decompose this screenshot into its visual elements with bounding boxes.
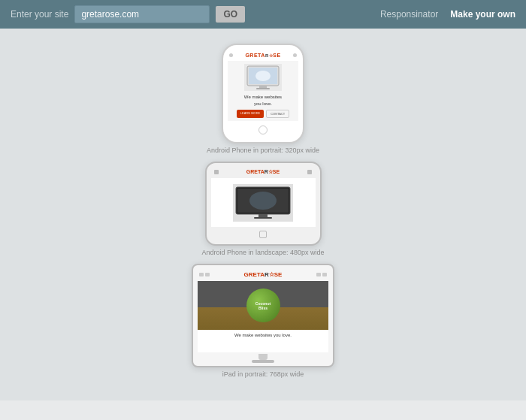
phone-bottom-bar (228, 125, 298, 134)
desktop-device: GRETAR☆SE CoconutBliss We make websites … (192, 264, 334, 367)
phone-buttons: LEARN MORE CONTACT (237, 110, 290, 118)
phone-device: GRETAR☆SE We make websitesyou l (222, 44, 304, 144)
desktop-stand (198, 354, 328, 363)
phone-screen-image (244, 64, 282, 91)
coconut-badge: CoconutBliss (246, 289, 280, 322)
phone-caption: Android Phone in portrait: 320px wide (207, 147, 319, 154)
enter-site-label: Enter your site (11, 9, 68, 20)
make-your-own-link[interactable]: Make your own (450, 9, 515, 20)
tablet-top-bar: GRETAR☆SE (211, 169, 316, 175)
phone-screen: We make websitesyou love. LEARN MORE CON… (228, 61, 298, 121)
site-input[interactable] (74, 5, 210, 23)
desktop-screen: CoconutBliss We make websites you love. (198, 281, 328, 352)
svg-rect-3 (259, 86, 267, 88)
header-left: Enter your site GO (11, 5, 245, 23)
svg-rect-8 (258, 214, 268, 217)
desktop-screen-text: We make websites you love. (231, 330, 295, 340)
tablet-logo: GRETAR☆SE (246, 169, 280, 175)
tablet-caption: Android Phone in landscape: 480px wide (201, 249, 324, 256)
phone-top-bar: GRETAR☆SE (228, 53, 298, 58)
tablet-home-button (259, 231, 267, 238)
main-content: GRETAR☆SE We make websitesyou l (0, 29, 526, 400)
desktop-base (252, 360, 274, 363)
tablet-screen-image (233, 184, 293, 222)
desktop-ctrl-3 (316, 273, 321, 276)
desktop-section: GRETAR☆SE CoconutBliss We make websites … (192, 264, 334, 378)
phone-secondary-button: CONTACT (266, 110, 289, 118)
phone-screen-text: We make websitesyou love. (244, 94, 282, 107)
phone-logo: GRETAR☆SE (245, 53, 280, 58)
desktop-caption: iPad in portrait: 768px wide (222, 370, 304, 378)
desktop-ctrl-4 (322, 273, 327, 276)
svg-rect-9 (254, 217, 272, 219)
phone-home-button (258, 125, 268, 134)
tablet-bottom (211, 231, 316, 238)
header: Enter your site GO Responsinator Make yo… (0, 0, 526, 29)
monitor-icon (246, 65, 280, 90)
desktop-ctrl-2 (205, 273, 210, 276)
go-button[interactable]: GO (216, 6, 245, 23)
tablet-nav-right (307, 170, 312, 174)
tablet-monitor-icon (234, 186, 292, 220)
desktop-controls-right (316, 273, 327, 276)
phone-section: GRETAR☆SE We make websitesyou l (207, 44, 319, 154)
svg-point-7 (249, 192, 277, 210)
responsinator-link[interactable]: Responsinator (380, 9, 438, 20)
desktop-controls (199, 273, 210, 276)
svg-point-2 (255, 71, 271, 81)
desktop-logo: GRETAR☆SE (244, 271, 283, 278)
tablet-nav-left (214, 170, 219, 174)
header-right: Responsinator Make your own (380, 9, 515, 20)
phone-cta-button: LEARN MORE (237, 110, 264, 118)
phone-nav-dot-right (293, 53, 297, 57)
desktop-top-bar: GRETAR☆SE (198, 271, 328, 278)
tablet-section: GRETAR☆SE A (201, 162, 324, 256)
desktop-neck (258, 354, 268, 360)
desktop-ctrl-1 (199, 273, 204, 276)
tablet-screen (211, 178, 316, 227)
desktop-hero-image: CoconutBliss (198, 281, 328, 330)
phone-nav-dot (229, 53, 233, 57)
svg-rect-4 (256, 88, 270, 89)
tablet-device: GRETAR☆SE (205, 162, 322, 246)
